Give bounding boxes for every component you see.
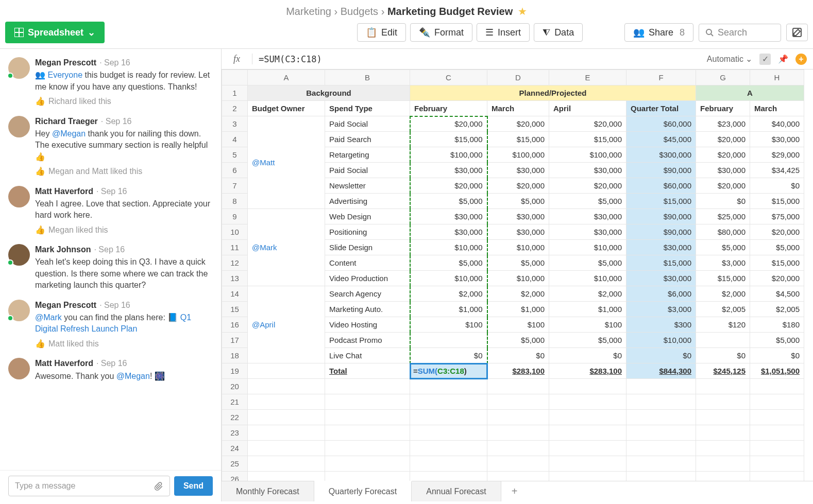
share-button[interactable]: 👥 Share 8: [624, 23, 693, 42]
breadcrumb-part[interactable]: Budgets: [341, 6, 378, 17]
cell[interactable]: [487, 456, 549, 472]
cell[interactable]: [626, 394, 696, 410]
cell[interactable]: Search Agency: [325, 286, 410, 302]
star-icon[interactable]: ★: [518, 6, 527, 17]
cell[interactable]: [696, 394, 750, 410]
cell[interactable]: [549, 472, 626, 481]
cell[interactable]: $15,000: [487, 132, 549, 147]
avatar[interactable]: [8, 300, 30, 321]
cell[interactable]: [626, 425, 696, 441]
cell[interactable]: $844,300: [626, 363, 696, 379]
reaction-bar[interactable]: 👍Megan liked this: [35, 224, 213, 236]
cell[interactable]: $20,000: [410, 178, 487, 194]
column-header[interactable]: F: [626, 70, 696, 85]
cell[interactable]: $90,000: [626, 224, 696, 240]
cell[interactable]: [410, 333, 487, 348]
cell[interactable]: $60,000: [626, 116, 696, 132]
cell[interactable]: $0: [750, 348, 804, 363]
message-author[interactable]: Megan Prescott: [35, 301, 96, 309]
cell[interactable]: $1,051,500: [750, 363, 804, 379]
column-header[interactable]: E: [549, 70, 626, 85]
row-header[interactable]: 17: [222, 333, 248, 348]
cell[interactable]: $1,000: [549, 302, 626, 317]
cell[interactable]: $5,000: [750, 240, 804, 255]
cell[interactable]: $2,005: [750, 302, 804, 317]
cell[interactable]: $30,000: [549, 163, 626, 178]
spreadsheet-dropdown[interactable]: Spreadsheet ⌄: [5, 22, 105, 43]
cell[interactable]: [750, 441, 804, 456]
cell[interactable]: $245,125: [696, 363, 750, 379]
sheet-tab[interactable]: Quarterly Forecast: [314, 481, 412, 501]
cell[interactable]: $5,000: [410, 194, 487, 209]
cell[interactable]: $5,000: [549, 255, 626, 271]
cell[interactable]: $30,000: [626, 240, 696, 255]
cell[interactable]: $1,000: [487, 302, 549, 317]
row-header[interactable]: 20: [222, 379, 248, 394]
column-header[interactable]: G: [696, 70, 750, 85]
cell[interactable]: $20,000: [750, 224, 804, 240]
cell[interactable]: $5,000: [696, 240, 750, 255]
row-header[interactable]: 11: [222, 240, 248, 255]
cell[interactable]: [248, 410, 325, 425]
cell[interactable]: Retargeting: [325, 147, 410, 163]
message-author[interactable]: Matt Haverford: [35, 359, 93, 368]
cell[interactable]: [248, 456, 325, 472]
column-header[interactable]: C: [410, 70, 487, 85]
cell[interactable]: $0: [487, 348, 549, 363]
cell[interactable]: $60,000: [626, 178, 696, 194]
cell[interactable]: $25,000: [696, 209, 750, 224]
cell[interactable]: $30,000: [549, 224, 626, 240]
cell[interactable]: $15,000: [549, 132, 626, 147]
cell[interactable]: $3,000: [626, 302, 696, 317]
cell[interactable]: Total: [325, 363, 410, 379]
cell[interactable]: $5,000: [549, 194, 626, 209]
message-author[interactable]: Mark Johnson: [35, 245, 91, 254]
cell[interactable]: $15,000: [750, 194, 804, 209]
cell[interactable]: $2,000: [410, 286, 487, 302]
cell[interactable]: $15,000: [410, 132, 487, 147]
cell[interactable]: $15,000: [626, 255, 696, 271]
cell[interactable]: Spend Type: [325, 101, 410, 116]
budget-owner-cell[interactable]: @April: [248, 286, 325, 363]
sheet-tab[interactable]: Monthly Forecast: [222, 481, 314, 501]
spreadsheet-grid[interactable]: ABCDEFGH1BackgroundPlanned/ProjectedA2Bu…: [222, 69, 804, 481]
cell[interactable]: $4,500: [750, 286, 804, 302]
row-header[interactable]: 14: [222, 286, 248, 302]
cell[interactable]: [696, 333, 750, 348]
cell[interactable]: March: [487, 101, 549, 116]
cell[interactable]: $100,000: [549, 147, 626, 163]
cell[interactable]: April: [549, 101, 626, 116]
cell[interactable]: [626, 472, 696, 481]
cell[interactable]: $0: [410, 348, 487, 363]
cell[interactable]: $10,000: [487, 271, 549, 286]
cell[interactable]: Paid Social: [325, 163, 410, 178]
formula-input[interactable]: =SUM(C3:C18): [252, 54, 701, 64]
cell[interactable]: $20,000: [696, 178, 750, 194]
cell[interactable]: [696, 456, 750, 472]
cell[interactable]: [549, 410, 626, 425]
cell[interactable]: $10,000: [626, 333, 696, 348]
cell[interactable]: [696, 425, 750, 441]
cell[interactable]: $2,000: [696, 286, 750, 302]
cell[interactable]: $5,000: [410, 255, 487, 271]
cell[interactable]: $1,000: [410, 302, 487, 317]
cell[interactable]: [487, 410, 549, 425]
cell[interactable]: $20,000: [410, 116, 487, 132]
cell[interactable]: $30,000: [487, 163, 549, 178]
cell[interactable]: [549, 441, 626, 456]
avatar[interactable]: [8, 186, 30, 207]
cell[interactable]: $20,000: [696, 132, 750, 147]
mention[interactable]: @Megan: [52, 129, 86, 138]
row-header[interactable]: 13: [222, 271, 248, 286]
cell[interactable]: [325, 410, 410, 425]
mention[interactable]: @Mark: [35, 313, 62, 322]
cell[interactable]: [325, 472, 410, 481]
insert-button[interactable]: ☰ Insert: [477, 23, 530, 42]
cell[interactable]: Positioning: [325, 224, 410, 240]
active-cell[interactable]: =SUM(C3:C18): [410, 363, 487, 379]
cell[interactable]: $30,000: [626, 271, 696, 286]
cell[interactable]: Live Chat: [325, 348, 410, 363]
cell[interactable]: [325, 379, 410, 394]
row-header[interactable]: 9: [222, 209, 248, 224]
cell[interactable]: [410, 379, 487, 394]
